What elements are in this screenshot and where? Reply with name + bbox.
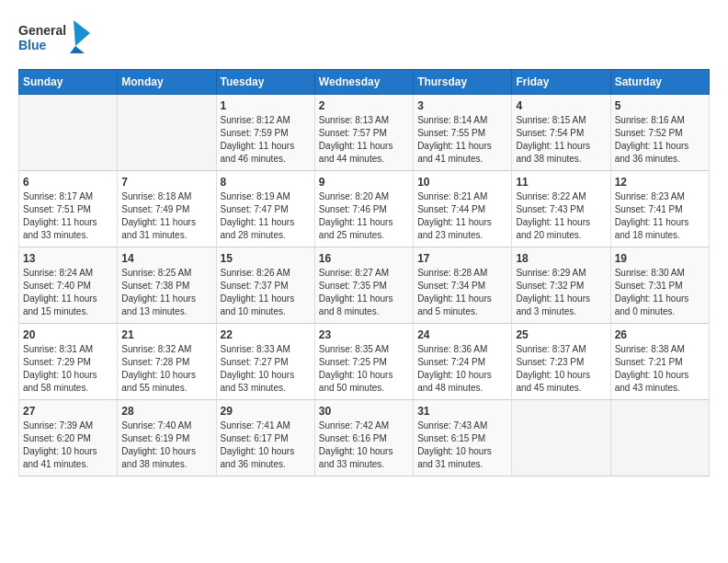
day-info: Sunrise: 8:38 AMSunset: 7:21 PMDaylight:… (615, 343, 705, 395)
svg-text:General: General (18, 23, 66, 38)
day-info-line: Sunrise: 8:30 AM (615, 268, 685, 278)
day-number: 16 (319, 252, 409, 265)
day-info-line: Sunrise: 8:27 AM (319, 268, 389, 278)
svg-text:Blue: Blue (18, 38, 47, 52)
day-info-line: Sunset: 7:55 PM (417, 128, 485, 138)
day-info: Sunrise: 8:32 AMSunset: 7:28 PMDaylight:… (121, 343, 211, 395)
day-info: Sunrise: 8:14 AMSunset: 7:55 PMDaylight:… (417, 114, 507, 166)
calendar-table: SundayMondayTuesdayWednesdayThursdayFrid… (18, 69, 710, 477)
day-number: 6 (23, 176, 113, 189)
day-info-line: Sunrise: 8:19 AM (221, 191, 290, 201)
day-info-line: Sunrise: 8:17 AM (23, 191, 93, 201)
day-number: 12 (615, 176, 705, 189)
page-header: General Blue (18, 18, 710, 60)
calendar-cell: 18Sunrise: 8:29 AMSunset: 7:32 PMDayligh… (512, 247, 610, 324)
calendar-cell: 4Sunrise: 8:15 AMSunset: 7:54 PMDaylight… (512, 95, 610, 171)
calendar-week-row: 1Sunrise: 8:12 AMSunset: 7:59 PMDaylight… (19, 95, 710, 171)
day-info: Sunrise: 8:20 AMSunset: 7:46 PMDaylight:… (319, 190, 409, 242)
day-info: Sunrise: 8:15 AMSunset: 7:54 PMDaylight:… (516, 114, 606, 166)
day-info-line: Sunrise: 8:21 AM (417, 191, 487, 201)
calendar-cell: 5Sunrise: 8:16 AMSunset: 7:52 PMDaylight… (610, 95, 709, 171)
day-info: Sunrise: 8:23 AMSunset: 7:41 PMDaylight:… (615, 190, 705, 242)
day-number: 5 (615, 99, 705, 112)
calendar-cell: 21Sunrise: 8:32 AMSunset: 7:28 PMDayligh… (118, 324, 216, 400)
weekday-header-cell: Sunday (19, 70, 118, 95)
calendar-cell: 31Sunrise: 7:43 AMSunset: 6:15 PMDayligh… (414, 400, 512, 477)
day-info-line: Sunset: 7:28 PM (121, 357, 189, 367)
day-number: 9 (319, 176, 409, 189)
day-info: Sunrise: 8:21 AMSunset: 7:44 PMDaylight:… (417, 190, 507, 242)
day-info-line: Sunrise: 8:25 AM (121, 268, 191, 278)
day-info-line: Daylight: 10 hours and 41 minutes. (23, 446, 97, 469)
calendar-cell: 19Sunrise: 8:30 AMSunset: 7:31 PMDayligh… (610, 247, 709, 324)
day-info-line: Sunrise: 8:35 AM (319, 344, 389, 354)
day-info-line: Sunrise: 8:31 AM (23, 344, 93, 354)
day-number: 27 (23, 405, 113, 418)
day-number: 17 (417, 252, 507, 265)
day-info-line: Daylight: 10 hours and 43 minutes. (615, 370, 689, 393)
weekday-header-row: SundayMondayTuesdayWednesdayThursdayFrid… (19, 70, 710, 95)
logo: General Blue (18, 18, 92, 60)
calendar-cell: 7Sunrise: 8:18 AMSunset: 7:49 PMDaylight… (118, 171, 216, 247)
day-number: 25 (516, 328, 606, 341)
day-info-line: Sunrise: 7:43 AM (417, 420, 487, 431)
day-info-line: Sunset: 7:44 PM (417, 204, 485, 214)
day-info: Sunrise: 8:12 AMSunset: 7:59 PMDaylight:… (221, 114, 311, 166)
calendar-body: 1Sunrise: 8:12 AMSunset: 7:59 PMDaylight… (19, 95, 710, 477)
day-info-line: Daylight: 11 hours and 10 minutes. (221, 293, 295, 316)
day-info-line: Sunset: 7:27 PM (221, 357, 289, 367)
day-info-line: Daylight: 10 hours and 50 minutes. (319, 370, 393, 393)
day-info-line: Sunset: 7:57 PM (319, 128, 387, 138)
calendar-cell: 28Sunrise: 7:40 AMSunset: 6:19 PMDayligh… (118, 400, 216, 477)
day-info-line: Sunset: 7:59 PM (221, 128, 289, 138)
weekday-header-cell: Saturday (610, 70, 709, 95)
calendar-cell: 8Sunrise: 8:19 AMSunset: 7:47 PMDaylight… (216, 171, 314, 247)
day-info-line: Sunset: 7:37 PM (221, 281, 289, 291)
calendar-cell: 17Sunrise: 8:28 AMSunset: 7:34 PMDayligh… (414, 247, 512, 324)
day-info-line: Daylight: 11 hours and 18 minutes. (615, 217, 689, 240)
calendar-cell: 14Sunrise: 8:25 AMSunset: 7:38 PMDayligh… (118, 247, 216, 324)
day-info: Sunrise: 8:13 AMSunset: 7:57 PMDaylight:… (319, 114, 409, 166)
day-info-line: Sunrise: 8:26 AM (221, 268, 290, 278)
day-info-line: Daylight: 10 hours and 45 minutes. (516, 370, 590, 393)
calendar-cell: 13Sunrise: 8:24 AMSunset: 7:40 PMDayligh… (19, 247, 118, 324)
calendar-cell: 12Sunrise: 8:23 AMSunset: 7:41 PMDayligh… (610, 171, 709, 247)
day-info-line: Daylight: 11 hours and 23 minutes. (417, 217, 492, 240)
day-info: Sunrise: 7:42 AMSunset: 6:16 PMDaylight:… (319, 419, 409, 471)
calendar-cell: 3Sunrise: 8:14 AMSunset: 7:55 PMDaylight… (414, 95, 512, 171)
svg-marker-2 (74, 20, 90, 46)
day-info-line: Sunset: 7:35 PM (319, 281, 387, 291)
day-number: 8 (221, 176, 311, 189)
day-info-line: Sunrise: 7:41 AM (221, 420, 290, 431)
day-number: 20 (23, 328, 113, 341)
day-info-line: Sunrise: 8:14 AM (417, 115, 487, 125)
day-info-line: Sunset: 7:25 PM (319, 357, 387, 367)
calendar-cell (118, 95, 216, 171)
day-info-line: Daylight: 10 hours and 31 minutes. (417, 446, 492, 469)
weekday-header-cell: Friday (512, 70, 610, 95)
day-info-line: Sunrise: 8:13 AM (319, 115, 389, 125)
day-number: 3 (417, 99, 507, 112)
day-number: 1 (221, 99, 311, 112)
day-number: 10 (417, 176, 507, 189)
day-info-line: Sunrise: 8:16 AM (615, 115, 685, 125)
day-info-line: Daylight: 10 hours and 55 minutes. (121, 370, 196, 393)
day-info-line: Sunset: 7:54 PM (516, 128, 584, 138)
day-info: Sunrise: 8:22 AMSunset: 7:43 PMDaylight:… (516, 190, 606, 242)
day-info: Sunrise: 8:33 AMSunset: 7:27 PMDaylight:… (221, 343, 311, 395)
calendar-cell: 1Sunrise: 8:12 AMSunset: 7:59 PMDaylight… (216, 95, 314, 171)
day-number: 31 (417, 405, 507, 418)
day-info-line: Sunset: 7:47 PM (221, 204, 289, 214)
day-info-line: Sunset: 6:15 PM (417, 433, 485, 443)
day-info-line: Daylight: 11 hours and 36 minutes. (615, 141, 689, 164)
day-info-line: Daylight: 11 hours and 20 minutes. (516, 217, 590, 240)
day-info-line: Daylight: 11 hours and 31 minutes. (121, 217, 196, 240)
calendar-cell: 25Sunrise: 8:37 AMSunset: 7:23 PMDayligh… (512, 324, 610, 400)
logo-svg: General Blue (18, 18, 92, 60)
day-info-line: Daylight: 10 hours and 38 minutes. (121, 446, 196, 469)
day-info-line: Sunrise: 8:29 AM (516, 268, 586, 278)
day-info-line: Sunset: 7:29 PM (23, 357, 91, 367)
day-info-line: Sunset: 6:20 PM (23, 433, 91, 443)
day-info-line: Daylight: 11 hours and 15 minutes. (23, 293, 97, 316)
calendar-week-row: 13Sunrise: 8:24 AMSunset: 7:40 PMDayligh… (19, 247, 710, 324)
